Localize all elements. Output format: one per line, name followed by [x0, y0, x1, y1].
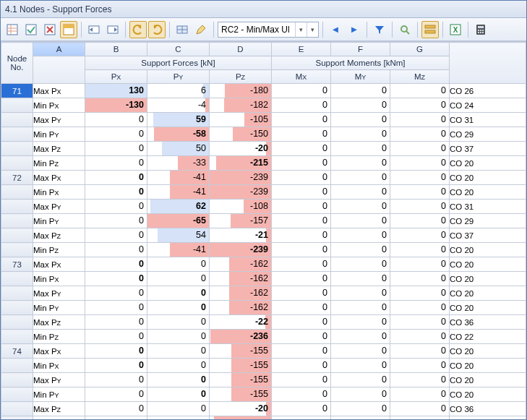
num-cell[interactable]: 0	[331, 171, 390, 185]
num-cell[interactable]: 0	[85, 286, 147, 301]
co-cell[interactable]: CO 29	[450, 127, 526, 142]
row-header[interactable]	[1, 402, 33, 416]
num-cell[interactable]: 0	[390, 373, 450, 387]
num-cell[interactable]: 0	[147, 373, 210, 387]
tool-table-3-icon[interactable]	[41, 21, 59, 38]
tool-calculator-icon[interactable]	[472, 21, 489, 38]
co-cell[interactable]: CO 20	[450, 286, 526, 301]
row-label[interactable]: Min PY	[33, 127, 85, 142]
num-cell[interactable]: -162	[210, 257, 272, 272]
row-label[interactable]: Min PY	[33, 387, 85, 402]
num-cell[interactable]: 0	[272, 387, 331, 402]
num-cell[interactable]: -236	[210, 330, 272, 344]
row-label[interactable]: Min PY	[33, 301, 85, 315]
num-cell[interactable]: 0	[85, 330, 147, 344]
co-cell[interactable]: CO 31	[450, 113, 526, 127]
num-cell[interactable]: 0	[85, 272, 147, 286]
num-cell[interactable]: -239	[210, 185, 272, 200]
num-cell[interactable]: 0	[272, 113, 331, 127]
col-C[interactable]: C	[147, 43, 210, 56]
num-cell[interactable]: 50	[147, 142, 210, 156]
num-cell[interactable]: -41	[147, 185, 210, 200]
num-cell[interactable]: 54	[147, 228, 210, 243]
co-cell[interactable]: CO 20	[450, 185, 526, 200]
num-cell[interactable]: 0	[147, 330, 210, 344]
num-cell[interactable]: 0	[390, 387, 450, 402]
num-cell[interactable]: 0	[390, 272, 450, 286]
num-cell[interactable]: 0	[272, 127, 331, 142]
num-cell[interactable]: 0	[390, 257, 450, 272]
num-cell[interactable]: -180	[210, 84, 272, 98]
num-cell[interactable]: 0	[272, 301, 331, 315]
combo-arrow-icon[interactable]: ▾	[295, 22, 307, 37]
row-label[interactable]: Min PX	[33, 98, 85, 113]
num-cell[interactable]: 0	[147, 301, 210, 315]
col-py[interactable]: PY	[147, 70, 210, 84]
num-cell[interactable]: 0	[331, 127, 390, 142]
num-cell[interactable]: 0	[85, 301, 147, 315]
co-cell[interactable]: CO 20	[450, 171, 526, 185]
num-cell[interactable]: 0	[331, 257, 390, 272]
num-cell[interactable]: -41	[147, 171, 210, 185]
num-cell[interactable]: 0	[331, 387, 390, 402]
num-cell[interactable]: -223	[210, 416, 272, 420]
tool-excel-icon[interactable]: X	[447, 21, 464, 38]
row-header[interactable]	[1, 359, 33, 373]
row-label[interactable]: Max PY	[33, 373, 85, 387]
num-cell[interactable]: 62	[147, 200, 210, 214]
num-cell[interactable]: 0	[331, 228, 390, 243]
row-header[interactable]	[1, 185, 33, 200]
num-cell[interactable]: -215	[210, 156, 272, 171]
num-cell[interactable]: -155	[210, 359, 272, 373]
co-cell[interactable]: CO 20	[450, 373, 526, 387]
num-cell[interactable]: -239	[210, 171, 272, 185]
row-header[interactable]	[1, 301, 33, 315]
num-cell[interactable]: 0	[331, 373, 390, 387]
num-cell[interactable]: 0	[331, 344, 390, 359]
num-cell[interactable]: 0	[272, 330, 331, 344]
num-cell[interactable]: 0	[331, 416, 390, 420]
tool-nav-prev-icon[interactable]: ◄	[327, 21, 344, 38]
num-cell[interactable]: 0	[390, 127, 450, 142]
num-cell[interactable]: 0	[331, 330, 390, 344]
num-cell[interactable]: 0	[147, 344, 210, 359]
result-combination-combo[interactable]: RC2 - Min/Max Ul ▾ ▾	[218, 22, 319, 38]
row-label[interactable]: Min PX	[33, 272, 85, 286]
num-cell[interactable]: 0	[390, 113, 450, 127]
co-cell[interactable]: CO 20	[450, 257, 526, 272]
row-header[interactable]	[1, 98, 33, 113]
num-cell[interactable]: 0	[272, 257, 331, 272]
co-cell[interactable]: CO 24	[450, 98, 526, 113]
num-cell[interactable]: 0	[272, 373, 331, 387]
num-cell[interactable]: 0	[390, 185, 450, 200]
col-pz[interactable]: PZ	[210, 70, 272, 84]
tool-find-icon[interactable]	[396, 21, 414, 38]
num-cell[interactable]: 0	[85, 127, 147, 142]
co-cell[interactable]: CO 31	[450, 200, 526, 214]
num-cell[interactable]: 0	[272, 200, 331, 214]
num-cell[interactable]: -162	[210, 286, 272, 301]
row-label[interactable]: Min PX	[33, 359, 85, 373]
num-cell[interactable]: 0	[390, 84, 450, 98]
row-header[interactable]: 73	[1, 257, 33, 272]
row-header[interactable]	[1, 127, 33, 142]
col-mx[interactable]: MX	[272, 70, 331, 84]
row-label[interactable]: Max PZ	[33, 142, 85, 156]
tool-next-row-icon[interactable]	[104, 21, 121, 38]
row-label[interactable]: Max PZ	[33, 315, 85, 330]
num-cell[interactable]: 0	[147, 387, 210, 402]
num-cell[interactable]: 0	[85, 387, 147, 402]
num-cell[interactable]: -155	[210, 344, 272, 359]
co-cell[interactable]: CO 20	[450, 387, 526, 402]
num-cell[interactable]: 0	[272, 243, 331, 257]
num-cell[interactable]: 0	[85, 156, 147, 171]
grid-area[interactable]: NodeNo. A B C D E F G Support Forces [kN…	[1, 41, 526, 419]
row-label[interactable]: Min PZ	[33, 243, 85, 257]
col-mz[interactable]: MZ	[390, 70, 450, 84]
num-cell[interactable]: 0	[272, 416, 331, 420]
num-cell[interactable]: 0	[390, 402, 450, 416]
row-label[interactable]: Max PY	[33, 200, 85, 214]
tool-table-4-icon[interactable]	[60, 21, 77, 38]
num-cell[interactable]: 0	[147, 315, 210, 330]
num-cell[interactable]: 0	[390, 98, 450, 113]
